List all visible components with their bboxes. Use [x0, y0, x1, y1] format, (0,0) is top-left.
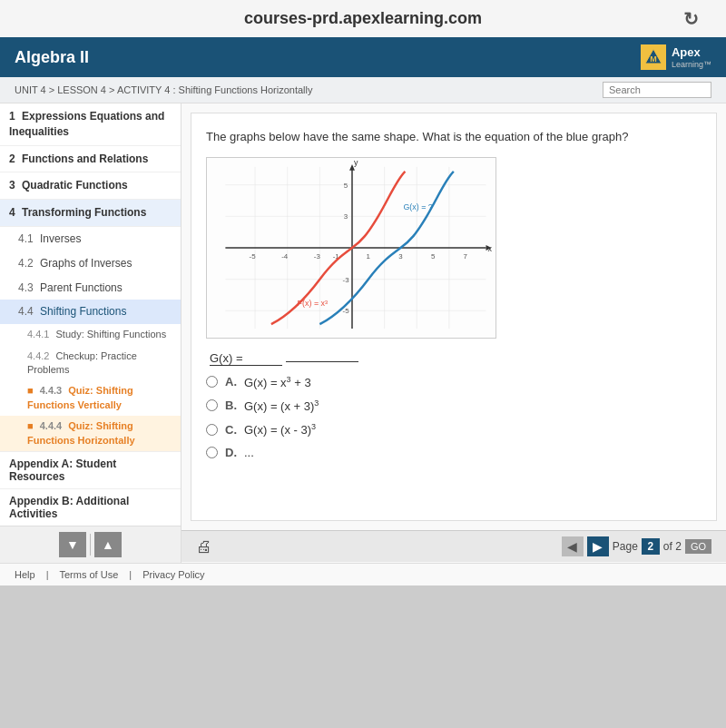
sidebar-item-unit2[interactable]: 2 Functions and Relations — [0, 146, 181, 173]
footer: Help | Terms of Use | Privacy Policy — [0, 563, 726, 585]
svg-text:3: 3 — [398, 251, 403, 260]
page-nav: ◀ ▶ Page 2 of 2 GO — [562, 536, 711, 556]
sidebar-deep-444[interactable]: ■ 4.4.4 Quiz: Shifting Functions Horizon… — [0, 416, 181, 451]
option-a-radio[interactable] — [206, 376, 218, 388]
sidebar: 1 Expressions Equations and Inequalities… — [0, 103, 182, 563]
url-display: courses-prd.apexlearning.com — [244, 9, 482, 27]
content-area: The graphs below have the same shape. Wh… — [182, 103, 726, 563]
sidebar-nav-up[interactable]: ▲ — [94, 532, 122, 557]
svg-text:-3: -3 — [343, 275, 350, 283]
sidebar-sub-42[interactable]: 4.2 Graphs of Inverses — [0, 251, 181, 276]
svg-text:5: 5 — [344, 181, 348, 189]
next-page-button[interactable]: ▶ — [587, 536, 609, 556]
svg-text:5: 5 — [431, 251, 436, 260]
breadcrumb-bar: UNIT 4 > LESSON 4 > ACTIVITY 4 : Shiftin… — [0, 77, 726, 103]
option-d: D. ... — [206, 446, 701, 459]
nav-divider — [90, 534, 91, 556]
option-b-radio[interactable] — [206, 399, 218, 411]
svg-text:x: x — [487, 243, 492, 252]
apex-logo: M Apex Learning™ — [641, 44, 711, 70]
sidebar-item-unit3[interactable]: 3 Quadratic Functions — [0, 172, 181, 200]
svg-text:F(x) = x³: F(x) = x³ — [298, 299, 328, 308]
breadcrumb: UNIT 4 > LESSON 4 > ACTIVITY 4 : Shiftin… — [15, 84, 313, 95]
sidebar-item-unit1[interactable]: 1 Expressions Equations and Inequalities — [0, 103, 181, 146]
page-of-label: of 2 — [663, 540, 682, 553]
option-d-radio[interactable] — [206, 447, 218, 458]
print-button[interactable]: 🖨 — [196, 537, 212, 556]
sidebar-sub-41[interactable]: 4.1 Inverses — [0, 227, 181, 251]
svg-text:1: 1 — [367, 251, 371, 260]
sidebar-nav-down[interactable]: ▼ — [59, 532, 86, 557]
apex-logo-text: Apex Learning™ — [672, 45, 711, 69]
sidebar-sub-43[interactable]: 4.3 Parent Functions — [0, 276, 181, 300]
question-text: The graphs below have the same shape. Wh… — [206, 128, 701, 146]
page-label: Page — [613, 540, 638, 553]
sidebar-deep-443[interactable]: ■ 4.4.3 Quiz: Shifting Functions Vertica… — [0, 380, 181, 416]
prev-page-button[interactable]: ◀ — [562, 536, 584, 556]
app-title: Algebra II — [15, 48, 89, 67]
svg-text:7: 7 — [464, 251, 467, 260]
option-c: C. G(x) = (x - 3)3 — [206, 422, 701, 437]
footer-privacy[interactable]: Privacy Policy — [142, 569, 204, 580]
sidebar-deep-441[interactable]: 4.4.1 Study: Shifting Functions — [0, 324, 181, 345]
reload-icon[interactable]: ↻ — [683, 8, 699, 30]
svg-text:M: M — [650, 54, 657, 64]
bottom-bar: 🖨 ◀ ▶ Page 2 of 2 GO — [182, 530, 726, 562]
option-b: B. G(x) = (x + 3)3 — [206, 398, 701, 413]
svg-text:-4: -4 — [281, 251, 289, 260]
svg-text:G(x) = ?: G(x) = ? — [403, 202, 432, 212]
sidebar-nav: ▼ ▲ — [0, 526, 181, 563]
svg-text:3: 3 — [344, 212, 348, 221]
go-button[interactable]: GO — [685, 539, 711, 554]
svg-text:y: y — [354, 158, 358, 167]
apex-logo-icon: M — [641, 44, 666, 70]
option-a: A. G(x) = x3 + 3 — [206, 375, 701, 389]
sidebar-appendix-a[interactable]: Appendix A: Student Resources — [0, 451, 181, 488]
page-number: 2 — [642, 538, 660, 555]
main-layout: 1 Expressions Equations and Inequalities… — [0, 103, 726, 563]
top-bar: courses-prd.apexlearning.com ↻ — [0, 0, 726, 37]
footer-help[interactable]: Help — [15, 569, 35, 580]
answer-label: G(x) = — [206, 351, 701, 366]
footer-terms[interactable]: Terms of Use — [59, 569, 118, 580]
sidebar-item-unit4[interactable]: 4 Transforming Functions — [0, 200, 181, 227]
svg-text:-3: -3 — [314, 251, 321, 260]
graph-svg: x y -5 -4 -3 -1 1 3 5 7 5 3 -3 -5 — [207, 158, 495, 338]
sidebar-sub-44[interactable]: 4.4 Shifting Functions — [0, 300, 181, 324]
header: Algebra II M Apex Learning™ — [0, 37, 726, 77]
graph-container: x y -5 -4 -3 -1 1 3 5 7 5 3 -3 -5 — [206, 157, 496, 339]
sidebar-deep-442[interactable]: 4.4.2 Checkup: Practice Problems — [0, 346, 181, 381]
sidebar-appendix-b[interactable]: Appendix B: Additional Activities — [0, 488, 181, 526]
option-c-radio[interactable] — [206, 424, 218, 436]
search-input[interactable] — [603, 82, 711, 98]
content-inner: The graphs below have the same shape. Wh… — [191, 113, 717, 521]
svg-text:-5: -5 — [250, 251, 257, 260]
